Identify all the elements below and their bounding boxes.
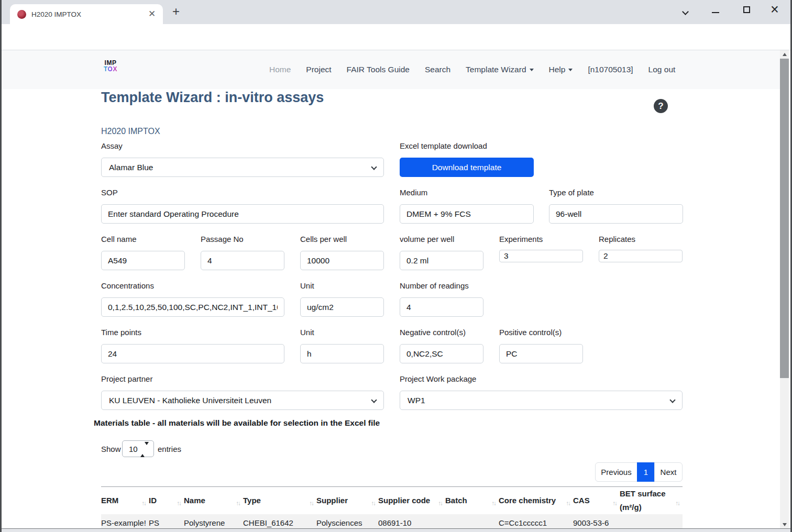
experiments-label: Experiments bbox=[499, 235, 543, 243]
replicates-input[interactable] bbox=[599, 250, 683, 262]
materials-table: ERM↑↓ ID↑↓ Name↑↓ Type↑↓ Supplier↑↓ Supp… bbox=[101, 486, 683, 532]
download-template-button[interactable]: Download template bbox=[400, 158, 534, 177]
sort-icon[interactable]: ↑↓ bbox=[310, 496, 314, 510]
column-header-supplier-code[interactable]: Supplier code↑↓ bbox=[378, 487, 445, 515]
column-header-cas[interactable]: CAS↑↓ bbox=[573, 487, 620, 515]
column-header-type[interactable]: Type↑↓ bbox=[243, 487, 316, 515]
sort-icon[interactable]: ↑↓ bbox=[438, 496, 443, 510]
assay-select[interactable]: Alamar Blue bbox=[101, 158, 384, 177]
chevron-down-icon bbox=[371, 397, 377, 403]
scroll-down-icon[interactable] bbox=[780, 520, 789, 528]
tab-strip: H2020 IMPTOX ✕ + × bbox=[2, 0, 790, 24]
column-header-batch[interactable]: Batch↑↓ bbox=[445, 487, 499, 515]
negative-control-label: Negative control(s) bbox=[400, 328, 466, 337]
conc-unit-label: Unit bbox=[300, 281, 314, 290]
column-header-bet-surface[interactable]: BET surface (m²/g)↑↓ bbox=[620, 487, 683, 515]
page-size-select[interactable]: 10 bbox=[122, 440, 154, 457]
column-header-name[interactable]: Name↑↓ bbox=[184, 487, 243, 515]
volume-per-well-input[interactable] bbox=[400, 251, 483, 270]
excel-download-label: Excel template download bbox=[400, 141, 487, 150]
sop-label: SOP bbox=[101, 188, 118, 197]
cell-name-input[interactable] bbox=[101, 251, 185, 270]
window-maximize-button[interactable] bbox=[743, 6, 750, 13]
sort-icon[interactable]: ↑↓ bbox=[371, 496, 376, 510]
sort-icon[interactable]: ↑↓ bbox=[613, 496, 617, 510]
nav-item-home[interactable]: Home bbox=[269, 65, 291, 74]
window-bottom-edge bbox=[2, 528, 790, 532]
scroll-up-icon[interactable] bbox=[780, 50, 789, 58]
window-close-button[interactable]: × bbox=[771, 2, 779, 18]
sort-icon[interactable]: ↑↓ bbox=[177, 496, 181, 510]
chevron-down-icon bbox=[568, 69, 573, 71]
sort-icon[interactable]: ↑↓ bbox=[566, 496, 570, 510]
readings-input[interactable] bbox=[400, 297, 483, 317]
browser-toolbar: ← → ↻ search.data.enanomapper.net/projec… bbox=[2, 24, 790, 50]
entries-label: entries bbox=[158, 445, 181, 453]
passage-input[interactable] bbox=[201, 251, 284, 270]
pagination-previous-button[interactable]: Previous bbox=[595, 462, 637, 482]
cells-per-well-label: Cells per well bbox=[300, 235, 347, 243]
site-favicon-icon bbox=[17, 10, 26, 19]
browser-tab[interactable]: H2020 IMPTOX ✕ bbox=[10, 4, 163, 24]
medium-input[interactable] bbox=[400, 204, 534, 224]
page-title: Template Wizard : in-vitro assays bbox=[101, 90, 324, 106]
scrollbar-thumb[interactable] bbox=[780, 59, 789, 378]
column-header-id[interactable]: ID↑↓ bbox=[149, 487, 184, 515]
chevron-down-icon bbox=[371, 164, 377, 170]
project-subtitle: H2020 IMPTOX bbox=[101, 127, 160, 136]
window-minimize-button[interactable] bbox=[712, 12, 719, 13]
logout-link[interactable]: Log out bbox=[648, 65, 676, 74]
site-navbar: IMP TOX Home Project FAIR Tools Guide Se… bbox=[2, 50, 784, 89]
column-header-core-chemistry[interactable]: Core chemistry↑↓ bbox=[499, 487, 573, 515]
experiments-input[interactable] bbox=[499, 250, 583, 262]
imptox-logo[interactable]: IMP TOX bbox=[104, 60, 117, 72]
new-tab-button[interactable]: + bbox=[172, 5, 180, 18]
page-content: IMP TOX Home Project FAIR Tools Guide Se… bbox=[2, 50, 784, 529]
plate-type-input[interactable] bbox=[549, 204, 683, 224]
assay-label: Assay bbox=[101, 141, 123, 150]
chevron-down-icon bbox=[669, 397, 675, 403]
passage-label: Passage No bbox=[201, 235, 244, 243]
chevron-down-icon bbox=[530, 69, 534, 71]
time-points-label: Time points bbox=[101, 328, 141, 337]
help-icon[interactable]: ? bbox=[654, 99, 668, 113]
pagination-page-1-button[interactable]: 1 bbox=[637, 462, 655, 482]
time-unit-label: Unit bbox=[300, 328, 314, 337]
plate-type-label: Type of plate bbox=[549, 188, 594, 197]
project-partner-label: Project partner bbox=[101, 374, 152, 383]
spinner-arrows-icon bbox=[140, 445, 149, 454]
pagination-next-button[interactable]: Next bbox=[654, 462, 683, 482]
work-package-select[interactable]: WP1 bbox=[400, 391, 683, 410]
concentrations-input[interactable] bbox=[101, 297, 284, 317]
sort-icon[interactable]: ↑↓ bbox=[142, 496, 146, 510]
project-partner-select[interactable]: KU LEUVEN - Katholieke Universiteit Leuv… bbox=[101, 391, 384, 410]
volume-per-well-label: volume per well bbox=[400, 235, 454, 243]
nav-item-fair-tools-guide[interactable]: FAIR Tools Guide bbox=[347, 65, 410, 74]
nav-item-help[interactable]: Help bbox=[549, 65, 573, 74]
time-points-input[interactable] bbox=[101, 344, 284, 363]
nav-item-template-wizard[interactable]: Template Wizard bbox=[466, 65, 533, 74]
column-header-erm[interactable]: ERM↑↓ bbox=[101, 487, 149, 515]
time-unit-input[interactable] bbox=[300, 344, 384, 363]
negative-control-input[interactable] bbox=[400, 344, 483, 363]
sort-icon[interactable]: ↑↓ bbox=[236, 496, 240, 510]
conc-unit-input[interactable] bbox=[300, 297, 384, 317]
browser-window: H2020 IMPTOX ✕ + × ← → ↻ search.data.ena… bbox=[0, 0, 792, 532]
medium-label: Medium bbox=[400, 188, 427, 197]
show-label: Show bbox=[101, 445, 121, 453]
positive-control-input[interactable] bbox=[499, 344, 583, 363]
concentrations-label: Concentrations bbox=[101, 281, 154, 290]
sort-icon[interactable]: ↑↓ bbox=[492, 496, 496, 510]
sop-input[interactable] bbox=[101, 204, 384, 224]
sort-icon[interactable]: ↑↓ bbox=[676, 496, 680, 510]
materials-table-heading: Materials table - all materials will be … bbox=[94, 418, 380, 428]
cells-per-well-input[interactable] bbox=[300, 251, 384, 270]
column-header-supplier[interactable]: Supplier↑↓ bbox=[316, 487, 378, 515]
tab-close-icon[interactable]: ✕ bbox=[147, 9, 157, 19]
table-pagination: Previous 1 Next bbox=[595, 462, 683, 482]
nav-item-search[interactable]: Search bbox=[425, 65, 450, 74]
tab-search-chevron-icon[interactable] bbox=[683, 7, 688, 16]
nav-item-project[interactable]: Project bbox=[306, 65, 331, 74]
cell-name-label: Cell name bbox=[101, 235, 137, 243]
vertical-scrollbar[interactable] bbox=[780, 50, 789, 528]
